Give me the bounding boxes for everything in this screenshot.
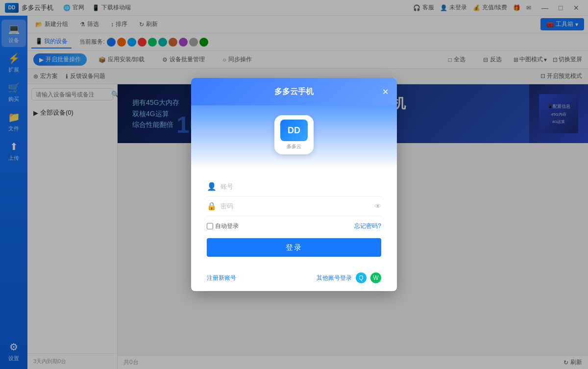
modal-close-button[interactable]: ✕ bbox=[379, 86, 391, 98]
content-area: 📂 新建分组 ⚗ 筛选 ↕ 排序 ↻ 刷新 🧰 工具箱 ▾ bbox=[27, 16, 588, 369]
password-field: 🔒 👁 bbox=[207, 197, 381, 216]
account-icon: 👤 bbox=[207, 182, 217, 191]
forgot-password-link[interactable]: 忘记密码? bbox=[354, 222, 381, 230]
login-button[interactable]: 登录 bbox=[207, 238, 381, 257]
eye-icon[interactable]: 👁 bbox=[374, 202, 381, 210]
other-login-area: 其他账号登录 Q W bbox=[317, 272, 381, 283]
login-modal: 多多云手机 ✕ DD 多多云 bbox=[191, 78, 397, 291]
close-icon: ✕ bbox=[382, 87, 389, 97]
modal-logo: DD 多多云 bbox=[274, 115, 314, 154]
wechat-login-button[interactable]: W bbox=[370, 272, 381, 283]
account-input[interactable] bbox=[220, 183, 381, 190]
auto-login-label: 自动登录 bbox=[215, 222, 239, 230]
modal-title: 多多云手机 bbox=[274, 87, 314, 97]
modal-dd-text: DD bbox=[288, 125, 300, 136]
account-field: 👤 bbox=[207, 177, 381, 197]
modal-logo-area: DD 多多云 bbox=[191, 105, 397, 169]
auto-login-input[interactable] bbox=[207, 223, 213, 229]
modal-footer: 注册新账号 其他账号登录 Q W bbox=[191, 267, 397, 291]
other-login-label: 其他账号登录 bbox=[317, 274, 352, 282]
password-input[interactable] bbox=[220, 202, 370, 210]
modal-overlay: 多多云手机 ✕ DD 多多云 bbox=[0, 0, 588, 369]
qq-login-button[interactable]: Q bbox=[356, 272, 367, 283]
modal-header: 多多云手机 ✕ bbox=[191, 78, 397, 105]
lock-icon: 🔒 bbox=[207, 201, 217, 211]
modal-logo-sub: 多多云 bbox=[287, 143, 301, 150]
modal-body: 👤 🔒 👁 自动登录 忘记密码? bbox=[191, 169, 397, 267]
form-options: 自动登录 忘记密码? bbox=[207, 222, 381, 230]
register-link[interactable]: 注册新账号 bbox=[207, 274, 236, 282]
main-layout: 💻 设备 ⚡ 扩展 🛒 购买 📁 文件 ⬆ 上传 ⚙ 设置 📂 bbox=[0, 16, 588, 369]
auto-login-checkbox[interactable]: 自动登录 bbox=[207, 222, 239, 230]
modal-logo-dd: DD bbox=[280, 120, 308, 141]
